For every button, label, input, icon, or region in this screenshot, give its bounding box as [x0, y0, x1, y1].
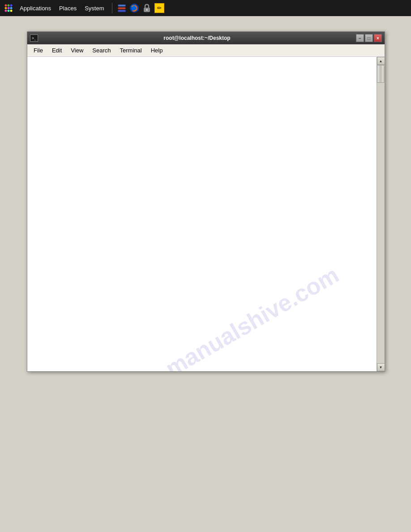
menu-search[interactable]: Search [88, 45, 115, 56]
lock-icon[interactable] [142, 3, 152, 13]
db-icon-visual [117, 3, 127, 13]
scroll-up-button[interactable]: ▲ [377, 57, 385, 65]
scroll-track [377, 65, 385, 363]
scroll-down-button[interactable]: ▼ [377, 363, 385, 371]
terminal-menubar: File Edit View Search Terminal Help [27, 44, 385, 57]
taskbar-applications[interactable]: Applications [16, 3, 55, 13]
minimize-button[interactable]: − [356, 34, 364, 42]
taskbar-places[interactable]: Places [56, 3, 80, 13]
menu-edit[interactable]: Edit [47, 45, 66, 56]
svg-point-0 [5, 4, 7, 7]
apps-logo-icon [4, 3, 13, 13]
terminal-window: >_ root@localhost:~/Desktop − □ × File E… [27, 31, 385, 372]
menu-terminal[interactable]: Terminal [116, 45, 146, 56]
terminal-titlebar: >_ root@localhost:~/Desktop − □ × [27, 32, 385, 44]
svg-point-6 [5, 10, 7, 12]
menu-help[interactable]: Help [146, 45, 167, 56]
scroll-thumb[interactable] [377, 65, 384, 83]
svg-point-4 [8, 7, 10, 9]
svg-point-1 [8, 4, 10, 7]
pencil-icon-visual: ✏ [154, 3, 164, 13]
maximize-button[interactable]: □ [365, 34, 373, 42]
taskbar-separator [112, 3, 112, 13]
watermark: manualshive.com [160, 261, 343, 371]
svg-point-12 [146, 9, 148, 11]
taskbar-menu: Applications Places System [16, 3, 107, 13]
terminal-scrollbar: ▲ ▼ [377, 57, 385, 371]
close-button[interactable]: × [374, 34, 382, 42]
terminal-text-area[interactable]: manualshive.com [27, 57, 377, 371]
terminal-content: manualshive.com ▲ ▼ [27, 57, 385, 371]
taskbar-system[interactable]: System [81, 3, 107, 13]
svg-point-2 [10, 4, 13, 7]
terminal-icon: >_ [30, 34, 38, 42]
svg-point-3 [5, 7, 7, 9]
edit-icon[interactable]: ✏ [154, 3, 164, 13]
database-icon[interactable] [117, 3, 127, 13]
svg-point-5 [10, 7, 13, 9]
svg-point-7 [8, 10, 10, 12]
menu-file[interactable]: File [29, 45, 47, 56]
firefox-icon[interactable] [129, 3, 139, 13]
terminal-title: root@localhost:~/Desktop [38, 35, 356, 41]
svg-point-8 [10, 10, 13, 12]
taskbar: Applications Places System ✏ [0, 0, 411, 16]
window-controls: − □ × [356, 34, 382, 42]
menu-view[interactable]: View [66, 45, 88, 56]
